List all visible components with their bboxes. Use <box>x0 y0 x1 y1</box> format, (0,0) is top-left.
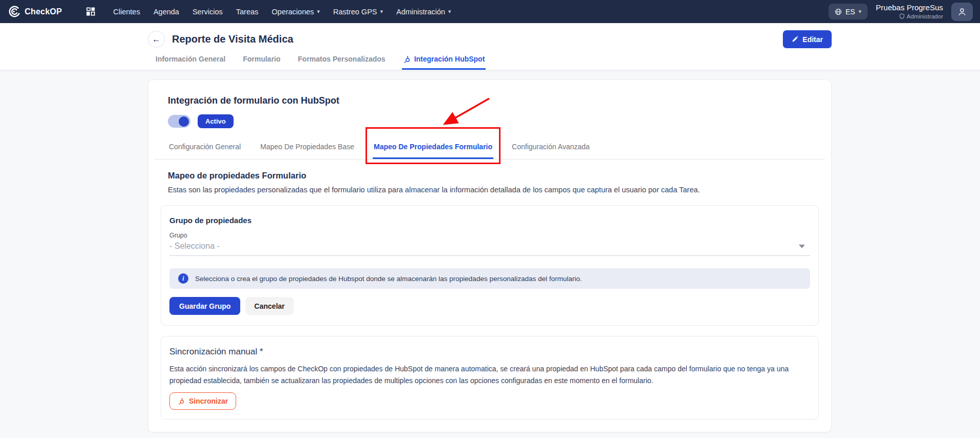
sync-card-description: Esta acción sincronizará los campos de C… <box>169 363 810 386</box>
manual-sync-card: Sincronización manual * Esta acción sinc… <box>161 336 819 420</box>
tab-integracion-hubspot[interactable]: Integración HubSpot <box>402 55 486 70</box>
nav-item-administracion[interactable]: Administración ▾ <box>392 5 456 19</box>
brand-logo[interactable]: CheckOP <box>7 5 62 18</box>
tab-formulario[interactable]: Formulario <box>242 55 281 70</box>
globe-icon <box>835 8 842 15</box>
nav-item-tareas[interactable]: Tareas <box>232 5 263 19</box>
user-role-label: Administrador <box>907 13 943 20</box>
edit-button[interactable]: Editar <box>783 30 832 48</box>
group-info-text: Selecciona o crea el grupo de propiedade… <box>195 275 582 283</box>
hubspot-icon <box>178 397 185 405</box>
page-title: Reporte de Visita Médica <box>172 33 293 45</box>
nav-item-clientes[interactable]: Clientes <box>109 5 145 19</box>
person-icon <box>957 7 967 17</box>
language-selector[interactable]: ES ▾ <box>829 4 868 19</box>
mapping-section-description: Estas son las propiedades personalizadas… <box>168 186 812 194</box>
tab-formatos-personalizados[interactable]: Formatos Personalizados <box>297 55 386 70</box>
nav-item-servicios[interactable]: Servicios <box>188 5 227 19</box>
chevron-down-icon: ▾ <box>380 9 383 14</box>
page-header: ← Reporte de Visita Médica Editar Inform… <box>0 23 980 70</box>
avatar[interactable] <box>951 3 973 21</box>
group-field-label: Grupo <box>169 232 810 239</box>
tabs-divider <box>155 159 825 160</box>
save-group-button[interactable]: Guardar Grupo <box>169 297 240 315</box>
toggle-knob <box>179 116 189 127</box>
pencil-icon <box>792 36 798 43</box>
user-name: Pruebas ProgreSus <box>876 3 943 13</box>
checkop-logo-icon <box>7 5 21 18</box>
page-tabs: Información General Formulario Formatos … <box>155 55 832 70</box>
brand-name: CheckOP <box>25 7 62 16</box>
nav-item-rastreo-gps[interactable]: Rastreo GPS ▾ <box>329 5 388 19</box>
back-arrow-icon: ← <box>152 34 161 45</box>
main-navigation: Clientes Agenda Servicios Tareas Operaci… <box>109 5 456 19</box>
group-select[interactable]: - Selecciona - <box>169 241 810 256</box>
group-card-title: Grupo de propiedades <box>169 216 810 225</box>
tab-configuracion-avanzada[interactable]: Configuración Avanzada <box>511 143 591 159</box>
tab-configuracion-general[interactable]: Configuración General <box>168 143 242 159</box>
chevron-down-icon: ▾ <box>448 9 451 14</box>
apps-grid-icon[interactable] <box>86 7 95 16</box>
status-badge: Activo <box>198 114 234 128</box>
hubspot-icon <box>403 55 411 63</box>
back-button[interactable]: ← <box>148 31 165 48</box>
chevron-down-icon: ▾ <box>317 9 320 14</box>
shield-icon <box>899 13 905 19</box>
info-icon: i <box>178 273 188 284</box>
group-info-alert: i Selecciona o crea el grupo de propieda… <box>169 268 810 289</box>
nav-item-operaciones[interactable]: Operaciones ▾ <box>267 5 324 19</box>
user-menu[interactable]: Pruebas ProgreSus Administrador <box>876 3 943 20</box>
group-select-value: - Selecciona - <box>169 242 220 251</box>
integration-title: Integración de formulario con HubSpot <box>168 95 812 106</box>
chevron-down-icon <box>799 245 805 248</box>
language-code: ES <box>846 8 855 16</box>
hubspot-integration-card: Integración de formulario con HubSpot Ac… <box>148 79 832 432</box>
property-group-card: Grupo de propiedades Grupo - Selecciona … <box>161 205 819 326</box>
integration-tabs: Configuración General Mapeo De Propiedad… <box>168 143 812 159</box>
sync-button[interactable]: Sincronizar <box>169 392 236 410</box>
nav-item-agenda[interactable]: Agenda <box>149 5 184 19</box>
top-navbar: CheckOP Clientes Agenda Servicios Tareas… <box>0 0 980 23</box>
tab-mapeo-propiedades-formulario[interactable]: Mapeo De Propiedades Formulario <box>373 143 493 159</box>
mapping-section-title: Mapeo de propiedades Formulario <box>168 171 812 181</box>
sync-card-title: Sincronización manual * <box>169 347 810 357</box>
integration-toggle[interactable] <box>168 115 190 128</box>
tab-mapeo-propiedades-base[interactable]: Mapeo De Propiedades Base <box>259 143 355 159</box>
chevron-down-icon: ▾ <box>859 9 862 14</box>
tab-informacion-general[interactable]: Información General <box>155 55 226 70</box>
cancel-button[interactable]: Cancelar <box>245 297 293 315</box>
